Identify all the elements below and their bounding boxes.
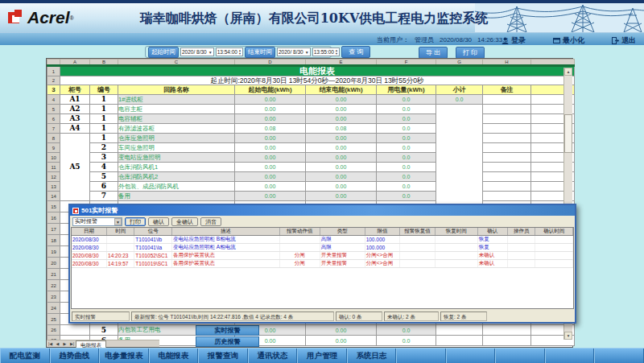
sheet-tab-bar: |◀ ◀ ▶ ▶| 电能报表 — [47, 340, 159, 347]
table-row: 6A31电容辅柜0.000.000.0 — [47, 114, 575, 124]
alarm-row[interactable]: 2020/08/3014:20:23T101052\SC1备用保护装置状态分闸开… — [72, 252, 573, 260]
status-latest-alarm: 最新报警: 位号 T101041\Ib,时间 14:22:47.816 ,数值 … — [131, 311, 334, 321]
table-row: 8A51仓库应急照明0.000.000.0 — [47, 134, 575, 143]
chevron-down-icon: ▼ — [208, 50, 213, 55]
scroll-up-icon[interactable]: ▲ — [564, 68, 572, 76]
tab-scroll-prev-icon[interactable]: ◀ — [54, 341, 61, 346]
nav-empty — [495, 349, 545, 363]
end-date-picker[interactable]: 2020/ 8/30▼ — [277, 47, 311, 56]
report-title: 电能报表 — [60, 66, 575, 76]
column-letters-row: A B C D E F G H — [47, 60, 575, 66]
report-header-row: 3 柜号 编号 回路名称 起始电能(kWh) 结束电能(kWh) 用电量(kWh… — [47, 85, 575, 95]
nav-user-management[interactable]: 用户管理 — [297, 349, 347, 363]
merged-cabinet-cell: A5 — [60, 134, 90, 201]
status-unack-count: 未确认: 2 条 — [384, 311, 439, 321]
table-row: 265内包装工艺用电0.000.000.0 — [47, 325, 575, 336]
col-letter: H — [483, 60, 531, 66]
nav-empty — [594, 349, 644, 363]
export-button[interactable]: 导 出 — [419, 47, 448, 59]
end-time-label: 结束时间 — [245, 47, 275, 58]
tab-scroll-first-icon[interactable]: |◀ — [47, 341, 54, 346]
nav-comm-status[interactable]: 通讯状态 — [248, 349, 298, 363]
print-button[interactable]: 打 印 — [456, 47, 485, 59]
start-date-picker[interactable]: 2020/ 8/30▼ — [180, 47, 214, 56]
table-row: 136外包装、成品消防风机0.000.000.0 — [47, 182, 575, 192]
logo-registered-mark: ® — [70, 15, 74, 21]
tab-scroll-next-icon[interactable]: ▶ — [61, 341, 68, 346]
nav-trend-curve[interactable]: 趋势曲线 — [50, 349, 100, 363]
dialog-titlebar[interactable]: 501实时报警 — [70, 205, 575, 216]
nav-power-monitoring[interactable]: 配电监测 — [0, 349, 50, 363]
col-letter: C — [118, 60, 235, 66]
table-row: 7A41有源滤波器柜0.080.080.0 — [47, 124, 575, 134]
col-letter: E — [306, 60, 377, 66]
header-circuit: 回路名称 — [118, 85, 235, 95]
report-period: 起止时间:2020年8月30日 13时54分0秒—2020年8月30日 13时5… — [60, 76, 575, 85]
chevron-down-icon: ▼ — [305, 50, 309, 55]
query-toolbar: 起始时间 2020/ 8/30▼ 13:54:00▲▼ 结束时间 2020/ 8… — [145, 46, 332, 58]
tab-scroll-last-icon[interactable]: ▶| — [68, 341, 76, 346]
col-letter: D — [235, 60, 306, 66]
realtime-alarm-button[interactable]: 实时报警 — [196, 325, 259, 336]
dialog-status-bar: 实时报警 最新报警: 位号 T101041\Ib,时间 14:22:47.816… — [70, 309, 575, 322]
row-number: 1 — [47, 66, 60, 76]
scroll-down-icon[interactable]: ▼ — [564, 332, 572, 340]
dialog-confirm-all-button[interactable]: 全确认 — [171, 217, 198, 226]
report-period-row: 2 起止时间:2020年8月30日 13时54分0秒—2020年8月30日 13… — [47, 76, 575, 85]
nav-parameter-report[interactable]: 电参量报表 — [99, 349, 149, 363]
header-subtotal: 小计 — [436, 85, 483, 95]
header-end-energy: 结束电能(kWh) — [306, 85, 377, 95]
current-user-label: 当前用户： — [377, 36, 409, 43]
alarm-filter-select[interactable]: 实时报警 ▼ — [72, 217, 122, 226]
alarm-filter-value: 实时报警 — [75, 217, 97, 225]
end-time-spinner[interactable]: 13:55:00▲▼ — [312, 47, 340, 56]
user-info: 当前用户：管理员2020/08/3014:26:33.3 — [377, 35, 514, 44]
chevron-down-icon: ▼ — [114, 218, 122, 225]
alarm-row[interactable]: 2020/08/30T101041\Ia变电站应急照明柜 A相电流高限100.0… — [72, 244, 573, 252]
dialog-print-button[interactable]: 打印 — [125, 217, 146, 226]
scrollbar-thumb[interactable] — [564, 114, 572, 153]
nav-empty — [446, 349, 496, 363]
table-row: 147备用0.000.000.0 — [47, 192, 575, 201]
page-title: 瑞幸咖啡烘焙（屏南）有限公司10KV供电工程电力监控系统 — [121, 10, 507, 27]
nav-alarm-query[interactable]: 报警查询 — [198, 349, 248, 363]
status-mode: 实时报警 — [72, 311, 130, 321]
app-window: Acrel ® 瑞幸咖啡烘焙（屏南）有限公司10KV供电工程电力监控系统 当前用… — [0, 0, 644, 363]
table-row: 92车间应急照明0.000.000.0 — [47, 143, 575, 153]
col-letter: G — [436, 60, 483, 66]
nav-empty — [545, 349, 595, 363]
spinner-arrows-icon: ▲▼ — [335, 49, 338, 55]
table-row: 4A111#进线柜0.000.000.00.0 — [47, 95, 575, 105]
start-time-spinner[interactable]: 13:54:00▲▼ — [216, 47, 243, 56]
table-row: 5A21电容主柜0.000.000.0 — [47, 105, 575, 114]
table-row: 103变电站应急照明0.000.000.0 — [47, 153, 575, 163]
alarm-header-row: 日期时间位号描述报警动作值类型限值报警恢复值恢复时间确认操作员确认时间 — [72, 228, 573, 236]
dialog-mute-button[interactable]: 消音 — [200, 217, 221, 226]
alarm-row[interactable]: 2020/08/3014:19:57T101019\SC1备用保护装置状态分闸开… — [72, 260, 573, 268]
spinner-arrows-icon: ▲▼ — [238, 49, 242, 55]
alarm-grid: 日期时间位号描述报警动作值类型限值报警恢复值恢复时间确认操作员确认时间 2020… — [71, 227, 574, 309]
header-start-energy: 起始电能(kWh) — [235, 85, 306, 95]
sheet-tab-energy-report[interactable]: 电能报表 — [76, 340, 106, 348]
minimize-icon — [553, 37, 560, 44]
bottom-nav: 配电监测 趋势曲线 电参量报表 电能报表 报警查询 通讯状态 用户管理 系统日志 — [0, 348, 644, 363]
dialog-icon — [72, 208, 79, 214]
history-alarm-button[interactable]: 历史报警 — [196, 336, 259, 347]
col-letter: F — [377, 60, 436, 66]
search-button[interactable]: 查 询 — [341, 46, 370, 58]
main-area: 起始时间 2020/ 8/30▼ 13:54:00▲▼ 结束时间 2020/ 8… — [0, 45, 644, 348]
header-usage: 用电量(kWh) — [377, 85, 436, 95]
header-number: 编号 — [90, 85, 118, 95]
report-title-row: 1 电能报表 — [47, 66, 575, 76]
table-row: 125仓库消防风机20.000.000.0 — [47, 172, 575, 182]
nav-energy-report[interactable]: 电能报表 — [149, 349, 199, 363]
corner-cell — [47, 60, 60, 66]
col-letter: B — [90, 60, 118, 66]
header-remark: 备注 — [483, 85, 531, 95]
dialog-confirm-button[interactable]: 确认 — [148, 217, 169, 226]
row-number: 3 — [47, 85, 60, 95]
exit-icon — [612, 37, 619, 44]
alarm-row[interactable]: 2020/08/30T101041\Ib变电站应急照明柜 B相电流高限100.0… — [72, 236, 573, 244]
nav-system-log[interactable]: 系统日志 — [347, 349, 397, 363]
user-icon — [502, 37, 509, 44]
